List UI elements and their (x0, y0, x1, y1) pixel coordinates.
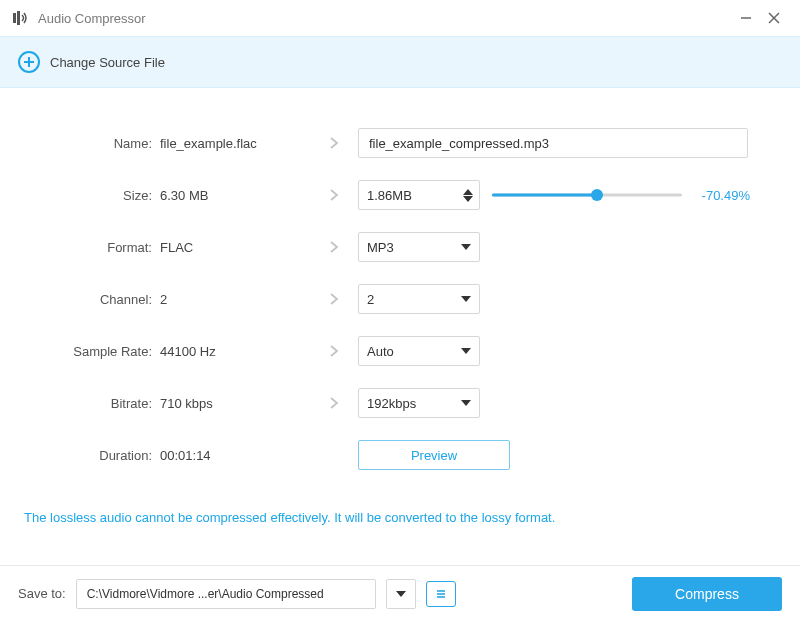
caret-down-icon (461, 400, 471, 406)
channel-select[interactable]: 2 (358, 284, 480, 314)
label-channel: Channel: (20, 292, 160, 307)
svg-marker-11 (396, 591, 406, 597)
source-format: FLAC (160, 240, 310, 255)
svg-rect-0 (13, 13, 16, 23)
caret-down-icon (461, 244, 471, 250)
source-bitrate: 710 kbps (160, 396, 310, 411)
chevron-right-icon (329, 240, 339, 254)
slider-thumb[interactable] (591, 189, 603, 201)
form-area: Name: file_example.flac Size: 6.30 MB 1.… (0, 88, 800, 535)
label-sample-rate: Sample Rate: (20, 344, 160, 359)
chevron-right-icon (329, 396, 339, 410)
minimize-button[interactable] (732, 4, 760, 32)
sample-rate-select-value: Auto (367, 344, 394, 359)
app-icon (12, 9, 30, 27)
saveto-label: Save to: (18, 586, 66, 601)
size-step-up[interactable] (463, 189, 473, 195)
row-format: Format: FLAC MP3 (20, 232, 780, 262)
source-duration: 00:01:14 (160, 448, 310, 463)
bitrate-select-value: 192kbps (367, 396, 416, 411)
caret-down-icon (461, 296, 471, 302)
svg-marker-6 (463, 196, 473, 202)
channel-select-value: 2 (367, 292, 374, 307)
svg-marker-7 (461, 244, 471, 250)
source-size: 6.30 MB (160, 188, 310, 203)
output-size-stepper[interactable]: 1.86MB (358, 180, 480, 210)
caret-down-icon (461, 348, 471, 354)
chevron-right-icon (329, 344, 339, 358)
titlebar: Audio Compressor (0, 0, 800, 36)
svg-rect-1 (17, 11, 20, 25)
compress-button-label: Compress (675, 586, 739, 602)
svg-marker-9 (461, 348, 471, 354)
svg-marker-5 (463, 189, 473, 195)
row-sample-rate: Sample Rate: 44100 Hz Auto (20, 336, 780, 366)
output-name-input[interactable] (358, 128, 748, 158)
saveto-path-dropdown[interactable] (386, 579, 416, 609)
row-duration: Duration: 00:01:14 Preview (20, 440, 780, 470)
folder-icon (434, 589, 448, 599)
svg-marker-8 (461, 296, 471, 302)
label-size: Size: (20, 188, 160, 203)
close-button[interactable] (760, 4, 788, 32)
saveto-path-value: C:\Vidmore\Vidmore ...er\Audio Compresse… (87, 587, 324, 601)
slider-fill (492, 194, 597, 197)
preview-button-label: Preview (411, 448, 457, 463)
footer: Save to: C:\Vidmore\Vidmore ...er\Audio … (0, 565, 800, 621)
output-size-value: 1.86MB (367, 188, 412, 203)
change-source-label: Change Source File (50, 55, 165, 70)
size-slider[interactable] (492, 187, 682, 203)
row-name: Name: file_example.flac (20, 128, 780, 158)
label-bitrate: Bitrate: (20, 396, 160, 411)
preview-button[interactable]: Preview (358, 440, 510, 470)
source-name: file_example.flac (160, 136, 310, 151)
chevron-right-icon (329, 136, 339, 150)
saveto-path-field[interactable]: C:\Vidmore\Vidmore ...er\Audio Compresse… (76, 579, 376, 609)
sample-rate-select[interactable]: Auto (358, 336, 480, 366)
change-source-bar[interactable]: Change Source File (0, 36, 800, 88)
size-percent: -70.49% (694, 188, 750, 203)
bitrate-select[interactable]: 192kbps (358, 388, 480, 418)
chevron-right-icon (329, 292, 339, 306)
open-folder-button[interactable] (426, 581, 456, 607)
warning-text: The lossless audio cannot be compressed … (20, 510, 780, 525)
label-duration: Duration: (20, 448, 160, 463)
caret-down-icon (396, 591, 406, 597)
format-select-value: MP3 (367, 240, 394, 255)
source-channel: 2 (160, 292, 310, 307)
label-name: Name: (20, 136, 160, 151)
compress-button[interactable]: Compress (632, 577, 782, 611)
plus-circle-icon (18, 51, 40, 73)
source-sample-rate: 44100 Hz (160, 344, 310, 359)
row-bitrate: Bitrate: 710 kbps 192kbps (20, 388, 780, 418)
svg-marker-10 (461, 400, 471, 406)
size-step-down[interactable] (463, 196, 473, 202)
app-title: Audio Compressor (38, 11, 146, 26)
chevron-right-icon (329, 188, 339, 202)
row-size: Size: 6.30 MB 1.86MB -70.49% (20, 180, 780, 210)
format-select[interactable]: MP3 (358, 232, 480, 262)
row-channel: Channel: 2 2 (20, 284, 780, 314)
label-format: Format: (20, 240, 160, 255)
